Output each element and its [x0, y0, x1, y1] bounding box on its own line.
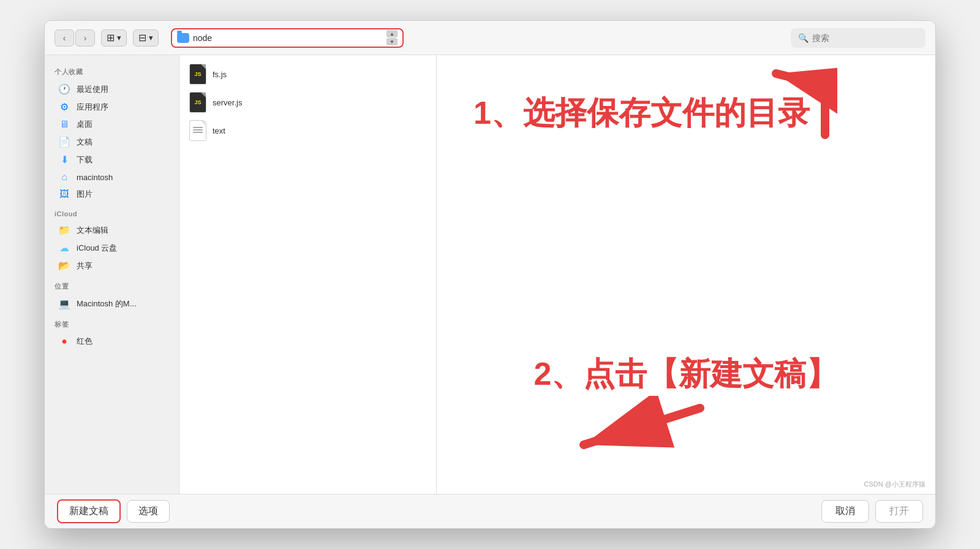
sidebar-item-apps-label: 应用程序	[77, 102, 108, 113]
sidebar-item-downloads-label: 下载	[77, 154, 92, 165]
stepper-up[interactable]: ▲	[386, 30, 398, 37]
file-label-fs: fs.js	[213, 70, 227, 79]
file-label-text: text	[213, 126, 225, 135]
sidebar-item-icloud-drive-label: iCloud 云盘	[77, 243, 117, 254]
columns-icon: ⊞	[107, 32, 115, 44]
preview-area: 1、选择保存文件的目录 2、点击【新建文稿】	[437, 55, 935, 494]
sidebar-item-photos-label: 图片	[77, 189, 92, 200]
stepper-down[interactable]: ▼	[386, 38, 398, 45]
share-icon: 📂	[58, 260, 70, 271]
nav-buttons: ‹ ›	[55, 29, 95, 47]
location-section-title: 位置	[45, 279, 179, 295]
location-text: node	[193, 33, 383, 43]
sidebar-item-icloud-drive[interactable]: ☁ iCloud 云盘	[48, 239, 175, 257]
js-file-icon-2: JS	[189, 92, 206, 113]
sidebar-item-recent-label: 最近使用	[77, 84, 108, 95]
red-tag-icon: ●	[58, 336, 70, 347]
sidebar-item-macintosh-label: Macintosh 的M...	[77, 298, 137, 309]
search-input[interactable]	[812, 33, 910, 43]
sidebar-item-photos[interactable]: 🖼 图片	[48, 186, 175, 203]
home-icon: ⌂	[58, 172, 70, 183]
sidebar-item-downloads[interactable]: ⬇ 下载	[48, 151, 175, 168]
tags-section-title: 标签	[45, 317, 179, 333]
annotation-text-2: 2、点击【新建文稿】	[534, 353, 839, 396]
folder-icon	[177, 33, 189, 43]
sidebar: 个人收藏 🕐 最近使用 ⚙ 应用程序 🖥 桌面 📄 文稿 ⬇ 下载	[45, 55, 179, 494]
desktop-icon: 🖥	[58, 119, 70, 130]
laptop-icon: 💻	[58, 298, 70, 309]
sidebar-item-red-tag-label: 红色	[77, 336, 92, 347]
file-label-server: server.js	[213, 98, 242, 107]
forward-button[interactable]: ›	[75, 29, 95, 47]
sidebar-item-desktop-label: 桌面	[77, 119, 92, 130]
options-button[interactable]: 选项	[127, 500, 170, 523]
sidebar-item-home[interactable]: ⌂ macintosh	[48, 168, 175, 186]
view-grid-button[interactable]: ⊟ ▾	[133, 29, 159, 47]
new-folder-button[interactable]: 新建文稿	[57, 499, 121, 523]
annotation-arrow-1	[703, 67, 837, 147]
file-item-text[interactable]: text	[179, 116, 436, 145]
sidebar-item-docs-label: 文稿	[77, 137, 92, 148]
sidebar-item-macintosh[interactable]: 💻 Macintosh 的M...	[48, 295, 175, 312]
cancel-button[interactable]: 取消	[821, 500, 869, 523]
content-area: 个人收藏 🕐 最近使用 ⚙ 应用程序 🖥 桌面 📄 文稿 ⬇ 下载	[45, 55, 935, 494]
sidebar-item-red-tag[interactable]: ● 红色	[48, 333, 175, 350]
grid-chevron: ▾	[149, 33, 153, 42]
sidebar-item-share-label: 共享	[77, 260, 92, 271]
file-item-server[interactable]: JS server.js	[179, 88, 436, 116]
sidebar-item-apps[interactable]: ⚙ 应用程序	[48, 98, 175, 116]
recent-icon: 🕐	[58, 83, 70, 95]
open-button[interactable]: 打开	[875, 500, 923, 523]
js-file-icon-1: JS	[189, 64, 206, 85]
sidebar-item-recent[interactable]: 🕐 最近使用	[48, 80, 175, 98]
location-bar[interactable]: node ▲ ▼	[171, 28, 404, 48]
search-bar: 🔍	[791, 28, 925, 48]
textedit-icon: 📁	[58, 224, 70, 236]
grid-icon: ⊟	[138, 32, 146, 44]
downloads-icon: ⬇	[58, 154, 70, 165]
sidebar-item-textedit-label: 文本编辑	[77, 225, 108, 236]
search-icon: 🔍	[798, 33, 809, 43]
docs-icon: 📄	[58, 136, 70, 148]
icloud-icon: ☁	[58, 242, 70, 254]
watermark: CSDN @小王程序猿	[864, 480, 925, 489]
back-button[interactable]: ‹	[55, 29, 74, 47]
view-columns-button[interactable]: ⊞ ▾	[101, 29, 127, 47]
sidebar-item-share[interactable]: 📂 共享	[48, 257, 175, 274]
columns-chevron: ▾	[117, 33, 121, 42]
photos-icon: 🖼	[58, 189, 70, 200]
finder-window: ‹ › ⊞ ▾ ⊟ ▾ node ▲ ▼ 🔍 个人收藏	[44, 20, 936, 529]
annotation-arrow-2	[547, 396, 718, 457]
sidebar-item-home-label: macintosh	[77, 173, 113, 182]
favorites-section-title: 个人收藏	[45, 65, 179, 80]
bottom-bar: 新建文稿 选项 取消 打开	[45, 494, 935, 528]
file-item-fs[interactable]: JS fs.js	[179, 60, 436, 88]
apps-icon: ⚙	[58, 101, 70, 113]
file-list: JS fs.js JS server.js	[179, 55, 437, 494]
sidebar-item-docs[interactable]: 📄 文稿	[48, 133, 175, 151]
txt-file-icon-1	[189, 120, 206, 141]
sidebar-item-textedit[interactable]: 📁 文本编辑	[48, 221, 175, 239]
location-stepper[interactable]: ▲ ▼	[386, 30, 398, 45]
sidebar-item-desktop[interactable]: 🖥 桌面	[48, 116, 175, 133]
icloud-section-title: iCloud	[45, 208, 179, 221]
toolbar: ‹ › ⊞ ▾ ⊟ ▾ node ▲ ▼ 🔍	[45, 21, 935, 55]
